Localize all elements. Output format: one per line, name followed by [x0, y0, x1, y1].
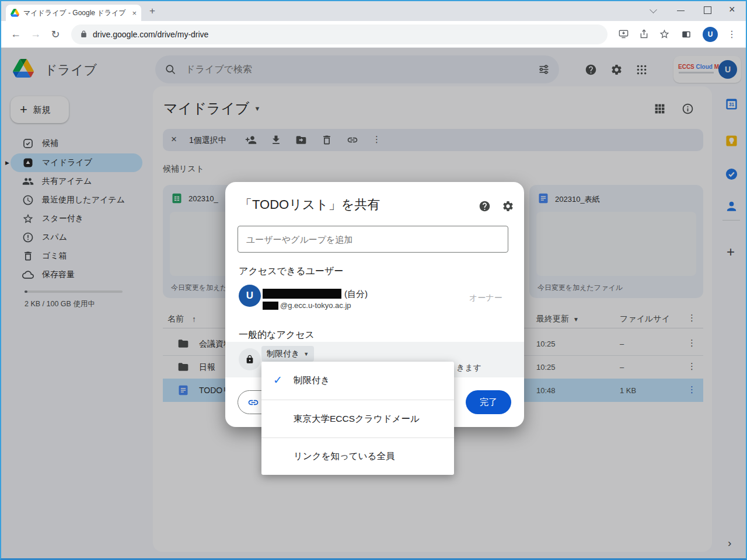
redacted-name-bar	[263, 289, 341, 299]
new-tab-button[interactable]: +	[149, 5, 155, 17]
owner-role-label: オーナー	[469, 293, 502, 303]
drive-favicon	[11, 9, 19, 17]
owner-avatar: U	[239, 285, 261, 307]
owner-self-suffix: (自分)	[344, 289, 368, 300]
window-minimize-button[interactable]	[677, 10, 685, 11]
restricted-lock-badge	[239, 348, 261, 370]
menu-item-restricted[interactable]: ✓ 制限付き	[261, 362, 454, 400]
done-button[interactable]: 完了	[466, 390, 511, 414]
add-people-input[interactable]	[238, 226, 508, 253]
browser-tab[interactable]: マイドライブ - Google ドライブ ×	[6, 5, 141, 21]
check-icon: ✓	[273, 373, 282, 387]
browser-window: マイドライブ - Google ドライブ × + × ← → ↻ drive.g…	[0, 0, 747, 560]
tab-search-chevron-icon[interactable]	[650, 6, 657, 13]
bookmark-star-icon[interactable]	[659, 29, 670, 40]
window-close-button[interactable]: ×	[729, 4, 735, 16]
dialog-help-icon[interactable]	[479, 200, 491, 212]
share-icon[interactable]	[638, 29, 650, 40]
browser-menu-icon[interactable]: ⋮	[727, 29, 736, 40]
general-access-description-fragment: きます	[456, 363, 481, 373]
tab-title: マイドライブ - Google ドライブ	[23, 8, 128, 18]
install-icon[interactable]	[618, 29, 629, 40]
browser-avatar[interactable]: U	[703, 27, 718, 42]
menu-item-anyone-with-link[interactable]: リンクを知っている全員	[261, 438, 454, 475]
side-panel-icon[interactable]	[680, 29, 692, 40]
access-options-menu: ✓ 制限付き 東京大学ECCSクラウドメール リンクを知っている全員	[261, 362, 454, 475]
forward-icon[interactable]: →	[27, 28, 44, 40]
back-icon[interactable]: ←	[7, 28, 25, 40]
menu-item-organization[interactable]: 東京大学ECCSクラウドメール	[261, 400, 454, 438]
redacted-email-bar	[263, 302, 278, 310]
window-maximize-button[interactable]	[704, 6, 711, 14]
lock-icon	[245, 355, 254, 364]
general-access-dropdown-button[interactable]: 制限付き ▼	[261, 346, 314, 362]
link-icon	[247, 397, 259, 408]
access-section-label: アクセスできるユーザー	[239, 265, 343, 278]
general-access-label: 一般的なアクセス	[239, 329, 315, 341]
dialog-title: 「TODOリスト」を共有	[239, 196, 380, 214]
owner-email-domain: @g.ecc.u-tokyo.ac.jp	[280, 301, 351, 310]
reload-icon[interactable]: ↻	[47, 28, 64, 41]
url-bar[interactable]: drive.google.com/drive/my-drive	[71, 24, 608, 44]
lock-icon	[80, 30, 88, 38]
tab-strip: マイドライブ - Google ドライブ × + ×	[1, 1, 746, 21]
tab-close-icon[interactable]: ×	[132, 9, 137, 18]
chevron-down-icon: ▼	[303, 351, 309, 357]
url-text: drive.google.com/drive/my-drive	[93, 30, 208, 39]
browser-toolbar: ← → ↻ drive.google.com/drive/my-drive U …	[1, 21, 746, 48]
dialog-settings-icon[interactable]	[502, 200, 514, 212]
